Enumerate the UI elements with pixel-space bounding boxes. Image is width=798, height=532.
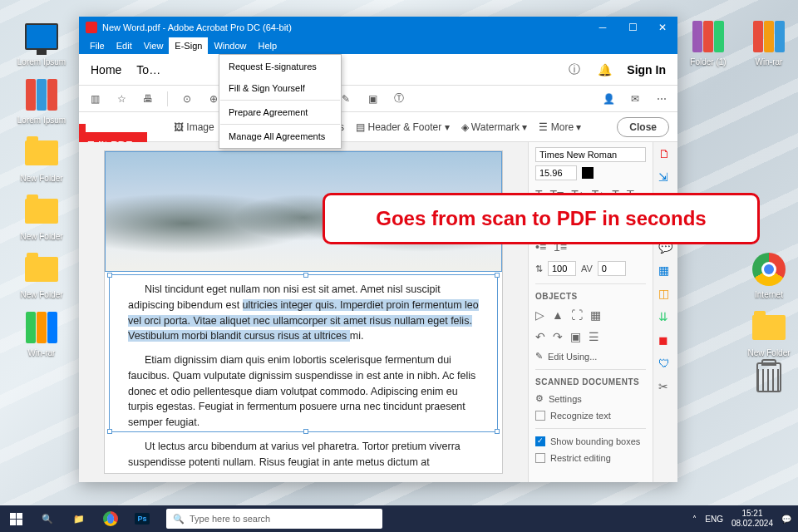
desktop-icon[interactable]: New Folder	[744, 309, 794, 357]
desktop-icon[interactable]: Lorem Ipsum	[17, 18, 66, 66]
recognize-checkbox[interactable]: Recognize text	[535, 407, 646, 424]
line-height-icon: ⇅	[535, 264, 543, 274]
classic-menu: FileEditViewE-SignWindowHelp	[79, 37, 677, 54]
share-icon[interactable]: 👤	[601, 91, 616, 106]
acrobat-icon	[86, 22, 97, 33]
text-icon[interactable]: Ⓣ	[392, 91, 406, 106]
dropdown-item[interactable]: Prepare Agreement	[220, 101, 340, 123]
tray-notifications-icon[interactable]: 💬	[781, 515, 791, 524]
spacing-2[interactable]	[598, 261, 626, 276]
desktop-icon[interactable]: New Folder	[17, 193, 66, 241]
bell-icon[interactable]: 🔔	[597, 62, 612, 77]
desktop-icon[interactable]: Lorem Ipsum	[17, 76, 66, 125]
edit-toolbar: 🖼 Image 🔗 Link ▾ ⛶ Crop Pages ▤ Header &…	[79, 112, 677, 142]
strip-organize-icon[interactable]: ▦	[658, 264, 673, 278]
dropdown-item[interactable]: Manage All Agreements	[220, 126, 340, 147]
dropdown-item[interactable]: Request E-signatures	[220, 56, 340, 77]
arrange-icon[interactable]: ▣	[570, 330, 581, 343]
align-obj-icon[interactable]: ☰	[589, 330, 599, 343]
desktop-icon[interactable]	[744, 359, 794, 398]
desktop-icon[interactable]: Win-rar	[744, 18, 794, 66]
print-icon[interactable]: 🖶	[140, 91, 155, 106]
crop-icon[interactable]: ⛶	[571, 308, 583, 322]
desktop-icon[interactable]: New Folder	[17, 135, 66, 183]
menu-view[interactable]: View	[138, 37, 170, 54]
titlebar: New Word.pdf - Adobe Acrobat Pro DC (64-…	[79, 17, 677, 37]
taskbar-search-icon[interactable]: 🔍	[32, 505, 63, 532]
edit-more[interactable]: ☰ More ▾	[539, 121, 581, 133]
star-icon[interactable]: ☆	[114, 91, 129, 106]
menu-e-sign[interactable]: E-Sign	[169, 37, 208, 54]
tray-lang[interactable]: ENG	[705, 515, 723, 524]
stamp-icon[interactable]: ▣	[365, 91, 380, 106]
scanned-header: SCANNED DOCUMENTS	[535, 374, 646, 390]
sign-in-button[interactable]: Sign In	[627, 63, 666, 76]
desktop-icon[interactable]: Win-rar	[17, 309, 66, 357]
edit-using-button[interactable]: ✎ Edit Using...	[535, 347, 646, 365]
dropdown-item[interactable]: Fill & Sign Yourself	[220, 77, 340, 99]
maximize-button[interactable]: ☐	[618, 17, 648, 37]
rotate-r-icon[interactable]: ↷	[553, 330, 563, 343]
edit-watermark[interactable]: ◈ Watermark ▾	[461, 121, 528, 133]
toolbar: ▥ ☆ 🖶 ⊙ ⊕ 2 / 5 💬 🖍 ✎ ▣ Ⓣ 👤 ✉ ⋯	[79, 86, 677, 112]
strip-protect-icon[interactable]: 🛡	[658, 357, 673, 372]
taskbar-ps-icon[interactable]: Ps	[126, 505, 158, 532]
color-swatch[interactable]	[582, 167, 594, 179]
desktop-icon[interactable]: New Folder	[17, 251, 66, 299]
settings-button[interactable]: ⚙ Settings	[535, 390, 646, 407]
taskbar-explorer-icon[interactable]: 📁	[63, 505, 95, 532]
menu-help[interactable]: Help	[253, 37, 283, 54]
tray-chevron-icon[interactable]: ˄	[692, 515, 697, 524]
desktop-icon[interactable]: Folder (1)	[683, 18, 733, 66]
taskbar-chrome-icon[interactable]	[95, 505, 126, 532]
objects-header: OBJECTS	[535, 288, 646, 304]
menu-window[interactable]: Window	[208, 37, 252, 54]
mail-icon[interactable]: ✉	[628, 91, 643, 106]
edit-add-image[interactable]: 🖼 Image	[174, 121, 214, 133]
menu-edit[interactable]: Edit	[111, 37, 138, 54]
acrobat-window: New Word.pdf - Adobe Acrobat Pro DC (64-…	[79, 17, 677, 482]
strip-compress-icon[interactable]: ⇊	[658, 310, 673, 325]
close-edit-button[interactable]: Close	[617, 117, 669, 137]
more-icon[interactable]: ⋯	[654, 91, 669, 106]
taskbar: 🔍 📁 Ps 🔍 Type here to search ˄ ENG 15:21…	[0, 505, 798, 532]
strip-create-icon[interactable]: 🗋	[658, 147, 673, 162]
edit-header-footer[interactable]: ▤ Header & Footer ▾	[356, 121, 449, 133]
window-title: New Word.pdf - Adobe Acrobat Pro DC (64-…	[102, 22, 588, 32]
restrict-checkbox[interactable]: Restrict editing	[535, 450, 646, 466]
menu-file[interactable]: File	[84, 37, 111, 54]
spacing-1[interactable]	[548, 261, 576, 276]
font-select[interactable]	[535, 147, 646, 162]
minimize-button[interactable]: ─	[588, 17, 618, 37]
tray-clock[interactable]: 15:2108.02.2024	[732, 509, 773, 529]
strip-export-icon[interactable]: ⇲	[658, 170, 673, 185]
marketing-callout: Goes from scan to PDF in seconds	[323, 193, 760, 244]
strip-combine-icon[interactable]: ◫	[658, 287, 673, 302]
close-button[interactable]: ✕	[648, 17, 677, 37]
start-button[interactable]	[0, 505, 32, 532]
flip-h-icon[interactable]: ▷	[535, 308, 544, 322]
strip-redact-icon[interactable]: ◼	[658, 333, 673, 348]
home-tab[interactable]: Home	[91, 63, 121, 76]
tools-tab[interactable]: To…	[136, 63, 160, 76]
rotate-l-icon[interactable]: ↶	[535, 330, 545, 343]
page-text[interactable]: Nisl tincidunt eget nullam non nisi est …	[105, 272, 502, 482]
home-row: Home To… ⓘ 🔔 Sign In	[79, 54, 677, 86]
help-icon[interactable]: ⓘ	[567, 62, 582, 77]
font-size[interactable]	[535, 165, 577, 180]
desktop-icon[interactable]: Internet	[744, 251, 794, 299]
show-boxes-checkbox[interactable]: ✓ Show bounding boxes	[535, 433, 646, 450]
strip-more-icon[interactable]: ✂	[658, 380, 673, 395]
taskbar-search[interactable]: 🔍 Type here to search	[166, 509, 382, 529]
esign-dropdown: Request E-signaturesFill & Sign Yourself…	[219, 54, 342, 149]
kerning-icon: AV	[581, 264, 593, 273]
page-up-icon[interactable]: ⊙	[180, 91, 195, 106]
system-tray: ˄ ENG 15:2108.02.2024 💬	[692, 509, 798, 529]
flip-v-icon[interactable]: ▲	[552, 308, 564, 322]
replace-icon[interactable]: ▦	[590, 308, 601, 322]
sidebar-icon[interactable]: ▥	[87, 91, 102, 106]
